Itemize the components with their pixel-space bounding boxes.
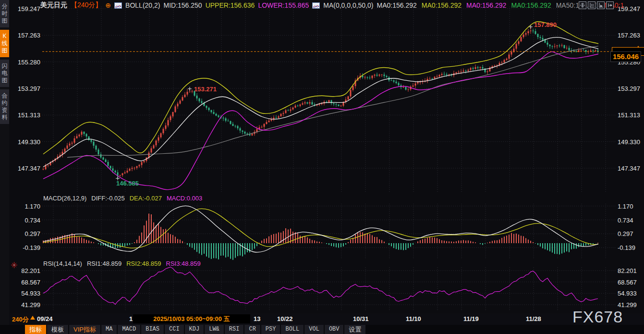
indicator-toolbar: 指标模板VIP指标MAMACDBIASCCIKDJLW&RSICRPSYBOLL… [0, 325, 644, 334]
scale-y-axis-icon[interactable] [588, 1, 595, 9]
ma-chart-icon[interactable] [312, 2, 320, 9]
price-tick-left-6: 147.347 [11, 165, 40, 172]
toolbar-tab-BIAS[interactable]: BIAS [141, 325, 164, 334]
high-price-label: 153.271 [194, 86, 217, 93]
macd-tick-right-0: 1.170 [618, 203, 644, 210]
add-indicator-icon[interactable]: ⊕ [105, 2, 111, 9]
rsi-tick-left-3: 41.299 [11, 301, 40, 309]
boll-mid-value: MID:156.250 [163, 1, 202, 9]
rsi-tick-left-1: 68.567 [11, 279, 40, 286]
macd-tick-left-3: -0.139 [11, 244, 40, 251]
date-label-2: 13 [254, 315, 260, 322]
rsi-tick-left-2: 54.933 [11, 290, 40, 297]
rsi3-value: RSI3:48.859 [166, 260, 201, 267]
rsi-tick-right-0: 82.201 [618, 267, 644, 274]
macd-diff-value: DIFF:-0.025 [91, 195, 124, 202]
price-tick-right-6: 147.347 [618, 165, 644, 172]
sidebar-tab-3[interactable]: 合约资料 [0, 89, 9, 124]
macd-macd-value: MACD:0.003 [167, 195, 202, 202]
scale-x-axis-icon[interactable] [597, 1, 605, 9]
date-label-7: 11/28 [526, 315, 541, 322]
high-price-label: 157.890 [534, 21, 557, 28]
macd-tick-left-0: 1.170 [11, 203, 40, 210]
indicator-marker-icon[interactable] [11, 261, 17, 270]
toolbar-tab-OBV[interactable]: OBV [325, 325, 344, 334]
price-tick-left-1: 157.263 [11, 32, 40, 39]
date-label-0: 09/24 [37, 315, 53, 322]
toolbar-tab-模板[interactable]: 模板 [47, 325, 68, 334]
rsi2-value: RSI2:48.859 [126, 260, 161, 267]
toolbar-tab-MA[interactable]: MA [101, 325, 117, 334]
price-tick-right-1: 157.263 [618, 32, 644, 39]
chart-header: 美元日元 【240分】 ⊕ BOLL(20,2) MID:156.250 UPP… [40, 1, 624, 10]
price-tick-right-3: 153.297 [618, 85, 644, 92]
crosshair-date-tooltip: 2025/10/03 05:00~09:00 五 [133, 314, 250, 323]
sidebar: 分时图K线图闪电图合约资料 [0, 0, 9, 334]
rsi-panel-header: RSI(14,14,14) RSI1:48.859 RSI2:48.859 RS… [43, 260, 201, 267]
macd-tick-left-1: 0.734 [11, 217, 40, 224]
crosshair-move-icon[interactable] [579, 1, 586, 9]
ma-value-0: MA0:156.292 [377, 1, 417, 9]
toolbar-tab-BOLL[interactable]: BOLL [281, 325, 304, 334]
toolbar-tab-CR[interactable]: CR [244, 325, 260, 334]
macd-tick-right-2: 0.297 [618, 230, 644, 237]
timeframe-dropdown-arrow[interactable] [30, 316, 35, 320]
low-price-label: 146.585 [116, 180, 139, 187]
date-label-6: 11/19 [463, 315, 479, 322]
toolbar-tab-VIP指标[interactable]: VIP指标 [69, 325, 100, 334]
ma-value-1: MA0:156.292 [422, 1, 462, 9]
toolbar-tab-KDJ[interactable]: KDJ [185, 325, 204, 334]
boll-title: BOLL(20,2) [125, 1, 160, 9]
toolbar-tab-MACD[interactable]: MACD [118, 325, 140, 334]
boll-chart-icon[interactable] [114, 2, 122, 9]
date-label-3: 10/22 [277, 315, 293, 322]
watermark: FX678 [572, 308, 623, 326]
macd-tick-right-1: 0.734 [618, 217, 644, 224]
toolbar-tab-CCI[interactable]: CCI [165, 325, 184, 334]
price-tick-right-4: 151.313 [618, 111, 644, 119]
symbol-name: 美元日元 [40, 1, 67, 10]
toolbar-tab-指标[interactable]: 指标 [25, 325, 46, 334]
rsi-tick-right-1: 68.567 [618, 279, 644, 286]
macd-tick-right-3: -0.139 [618, 244, 644, 251]
ma-value-3: MA0:156.292 [511, 1, 551, 9]
price-tick-left-2: 155.280 [11, 59, 40, 66]
date-label-5: 11/10 [406, 315, 421, 322]
toolbar-tab-VOL[interactable]: VOL [304, 325, 324, 334]
boll-upper-value: UPPER:156.636 [206, 1, 255, 9]
date-label-1: 1 [129, 315, 133, 322]
rsi-tick-right-2: 54.933 [618, 290, 644, 297]
toolbar-tab-设置[interactable]: 设置 [344, 325, 365, 334]
sidebar-tab-2[interactable]: 闪电图 [0, 60, 9, 87]
date-label-4: 10/31 [353, 315, 369, 322]
price-tick-left-5: 149.330 [11, 138, 40, 146]
chart-canvas[interactable] [0, 0, 644, 334]
time-axis: 240分 2025/10/03 05:00~09:00 五 09/2411310… [0, 313, 644, 325]
macd-title: MACD(26,12,9) [43, 195, 86, 202]
chart-window-controls [579, 1, 614, 9]
toolbar-tab-LW&[interactable]: LW& [205, 325, 224, 334]
detach-window-icon[interactable] [606, 1, 614, 9]
rsi1-value: RSI1:48.859 [87, 260, 122, 267]
sidebar-tab-1[interactable]: K线图 [0, 30, 9, 57]
last-price-tooltip: 156.046 [610, 51, 641, 62]
rsi-title: RSI(14,14,14) [43, 260, 82, 267]
price-tick-left-0: 159.247 [11, 5, 40, 12]
price-tick-left-3: 153.297 [11, 85, 40, 92]
period-label: 【240分】 [71, 1, 102, 10]
toolbar-tab-RSI[interactable]: RSI [225, 325, 244, 334]
macd-tick-left-2: 0.297 [11, 230, 40, 237]
macd-panel-header: MACD(26,12,9) DIFF:-0.025 DEA:-0.027 MAC… [43, 195, 202, 202]
ma-value-2: MA0:156.292 [466, 1, 506, 9]
sidebar-tab-0[interactable]: 分时图 [0, 0, 9, 27]
timeframe-label[interactable]: 240分 [12, 315, 29, 324]
toolbar-tab-PSY[interactable]: PSY [261, 325, 280, 334]
ma-title: MA(0,0,0,0,50,0) [323, 1, 373, 9]
macd-dea-value: DEA:-0.027 [130, 195, 162, 202]
price-tick-left-4: 151.313 [11, 111, 40, 119]
boll-lower-value: LOWER:155.865 [258, 1, 309, 9]
price-tick-right-5: 149.330 [618, 138, 644, 146]
trading-terminal: 分时图K线图闪电图合约资料 美元日元 【240分】 ⊕ BOLL(20,2) M… [0, 0, 644, 334]
